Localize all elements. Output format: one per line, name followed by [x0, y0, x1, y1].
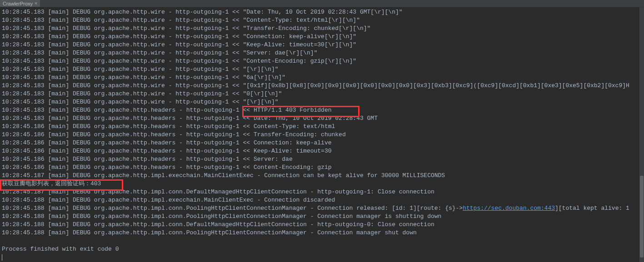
error-output-line: 获取豆瓣电影列表，返回验证码：403 [2, 180, 642, 188]
log-line: 10:28:45.188 [main] DEBUG org.apache.htt… [2, 196, 642, 204]
cursor-line [2, 253, 642, 262]
log-line: 10:28:45.186 [main] DEBUG org.apache.htt… [2, 147, 642, 155]
process-exit-line: Process finished with exit code 0 [2, 245, 642, 253]
log-line: 10:28:45.186 [main] DEBUG org.apache.htt… [2, 123, 642, 131]
log-line: 10:28:45.186 [main] DEBUG org.apache.htt… [2, 163, 642, 172]
log-line: 10:28:45.183 [main] DEBUG org.apache.htt… [2, 49, 642, 57]
log-line: 10:28:45.183 [main] DEBUG org.apache.htt… [2, 16, 642, 25]
console-output[interactable]: 10:28:45.183 [main] DEBUG org.apache.htt… [0, 7, 644, 262]
log-line: 10:28:45.187 [main] DEBUG org.apache.htt… [2, 172, 642, 180]
log-line-with-link: 10:28:45.188 [main] DEBUG org.apache.htt… [2, 204, 642, 213]
log-line: 10:28:45.183 [main] DEBUG org.apache.htt… [2, 106, 642, 114]
log-line: 10:28:45.183 [main] DEBUG org.apache.htt… [2, 57, 642, 65]
log-line: 10:28:45.183 [main] DEBUG org.apache.htt… [2, 82, 642, 90]
tab-crawlerproxy[interactable]: CrawlerProxy × [0, 0, 40, 7]
log-line: 10:28:45.187 [main] DEBUG org.apache.htt… [2, 188, 642, 196]
blank-line [2, 237, 642, 245]
log-line: 10:28:45.183 [main] DEBUG org.apache.htt… [2, 25, 642, 33]
log-line: 10:28:45.183 [main] DEBUG org.apache.htt… [2, 33, 642, 41]
log-line: 10:28:45.183 [main] DEBUG org.apache.htt… [2, 41, 642, 49]
scrollbar-thumb[interactable] [640, 176, 644, 257]
scrollbar-track[interactable] [639, 7, 644, 262]
log-line: 10:28:45.188 [main] DEBUG org.apache.htt… [2, 229, 642, 237]
log-line: 10:28:45.183 [main] DEBUG org.apache.htt… [2, 74, 642, 82]
log-line: 10:28:45.186 [main] DEBUG org.apache.htt… [2, 131, 642, 139]
log-line: 10:28:45.183 [main] DEBUG org.apache.htt… [2, 90, 642, 98]
url-link[interactable]: https://sec.douban.com:443 [463, 205, 555, 212]
tab-title: CrawlerProxy [3, 1, 33, 6]
log-line: 10:28:45.188 [main] DEBUG org.apache.htt… [2, 221, 642, 229]
log-line: 10:28:45.188 [main] DEBUG org.apache.htt… [2, 213, 642, 221]
log-line: 10:28:45.183 [main] DEBUG org.apache.htt… [2, 65, 642, 74]
log-line: 10:28:45.183 [main] DEBUG org.apache.htt… [2, 98, 642, 106]
tab-bar: CrawlerProxy × [0, 0, 644, 7]
close-icon[interactable]: × [35, 1, 37, 6]
log-line: 10:28:45.186 [main] DEBUG org.apache.htt… [2, 139, 642, 147]
log-line: 10:28:45.186 [main] DEBUG org.apache.htt… [2, 155, 642, 163]
log-line: 10:28:45.183 [main] DEBUG org.apache.htt… [2, 8, 642, 16]
log-line: 10:28:45.183 [main] DEBUG org.apache.htt… [2, 114, 642, 123]
